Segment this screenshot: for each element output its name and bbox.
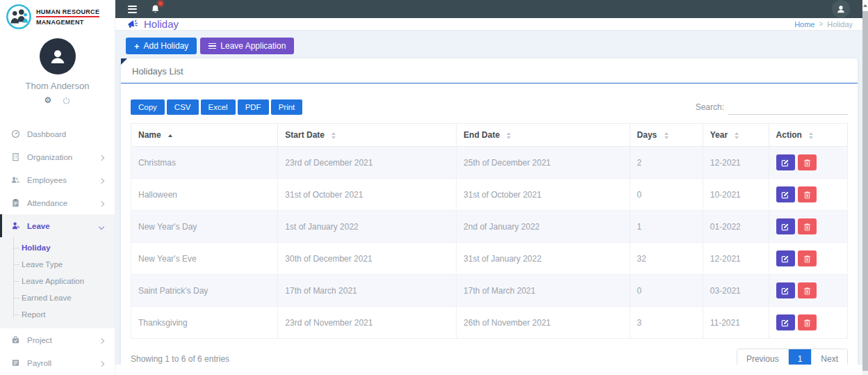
scroll-up-arrow[interactable] <box>862 0 868 11</box>
submenu-item-leave-type[interactable]: Leave Type <box>0 256 115 273</box>
column-header-end-date[interactable]: End Date <box>457 124 630 147</box>
sidebar-item-label: Leave <box>27 222 50 230</box>
delete-button[interactable] <box>798 314 817 330</box>
bell-icon <box>151 4 160 14</box>
year: 10-2021 <box>703 179 769 211</box>
submenu-item-report[interactable]: Report <box>0 306 115 323</box>
page-header: Holiday Home > Holiday <box>115 18 868 31</box>
delete-button[interactable] <box>798 250 817 266</box>
days: 1 <box>630 211 703 243</box>
start-date: 31st of October 2021 <box>278 179 457 211</box>
notifications-bell[interactable] <box>151 4 160 14</box>
edit-button[interactable] <box>776 218 795 234</box>
sidebar-item-project[interactable]: Project <box>0 328 115 351</box>
action-cell <box>769 307 847 339</box>
topbar-user-avatar[interactable] <box>832 0 850 18</box>
brand-line1: HUMAN RESOURCE <box>36 8 99 15</box>
table-row: Halloween 31st of October 2021 31st of O… <box>131 179 848 211</box>
chevron-right-icon <box>99 199 104 207</box>
vertical-scrollbar[interactable] <box>862 0 868 375</box>
chevron-right-icon <box>99 359 104 367</box>
employees-icon <box>10 175 20 184</box>
main-area: Holiday Home > Holiday + Add Holiday Lea… <box>115 0 868 375</box>
days: 0 <box>630 179 703 211</box>
power-icon[interactable] <box>63 97 70 104</box>
hamburger-menu-icon[interactable] <box>128 6 137 13</box>
sidebar-item-organization[interactable]: Organization <box>0 145 115 168</box>
sidebar-item-payroll[interactable]: Payroll <box>0 351 115 374</box>
pdf-button[interactable]: PDF <box>238 99 269 115</box>
card-title: Holidays List <box>121 58 858 83</box>
sidebar-item-employees[interactable]: Employees <box>0 168 115 191</box>
table-row: New Year's Eve 30th of December 2021 31s… <box>131 243 848 275</box>
logo-text: HUMAN RESOURCE MANAGEMENT <box>36 8 99 26</box>
delete-button[interactable] <box>798 186 817 202</box>
search-input[interactable] <box>728 100 848 115</box>
sidebar: HUMAN RESOURCE MANAGEMENT Thom Anderson … <box>0 0 115 375</box>
search-label: Search: <box>696 102 724 112</box>
chevron-right-icon <box>99 336 104 344</box>
megaphone-icon <box>126 18 139 30</box>
copy-button[interactable]: Copy <box>131 99 165 115</box>
user-avatar <box>40 38 76 74</box>
sidebar-item-label: Employees <box>27 176 67 184</box>
holiday-name: Christmas <box>131 147 278 179</box>
edit-button[interactable] <box>776 314 795 330</box>
start-date: 1st of January 2022 <box>278 211 457 243</box>
column-header-start-date[interactable]: Start Date <box>278 124 457 147</box>
breadcrumb-home-link[interactable]: Home <box>794 20 814 29</box>
payroll-icon <box>10 358 20 367</box>
leave-application-button[interactable]: Leave Application <box>200 38 294 54</box>
sidebar-item-label: Attendance <box>27 199 67 207</box>
edit-button[interactable] <box>776 282 795 298</box>
app-logo: HUMAN RESOURCE MANAGEMENT <box>0 0 115 33</box>
sidebar-item-label: Dashboard <box>27 130 66 138</box>
user-profile: Thom Anderson ⚙ <box>0 33 115 104</box>
csv-button[interactable]: CSV <box>167 99 199 115</box>
breadcrumb-current: Holiday <box>827 20 853 29</box>
project-icon <box>10 335 20 344</box>
print-button[interactable]: Print <box>271 99 303 115</box>
edit-button[interactable] <box>776 186 795 202</box>
start-date: 23rd of November 2021 <box>278 307 457 339</box>
end-date: 26th of November 2021 <box>457 307 630 339</box>
list-icon <box>208 43 216 49</box>
table-row: Christmas 23rd of December 2021 25th of … <box>131 147 848 179</box>
days: 3 <box>630 307 703 339</box>
delete-button[interactable] <box>798 218 817 234</box>
sidebar-item-dashboard[interactable]: Dashboard <box>0 122 115 145</box>
column-header-days[interactable]: Days <box>630 124 703 147</box>
submenu-item-earned-leave[interactable]: Earned Leave <box>0 289 115 306</box>
delete-button[interactable] <box>798 154 817 170</box>
chevron-right-icon <box>99 153 104 161</box>
excel-button[interactable]: Excel <box>201 99 236 115</box>
days: 32 <box>630 243 703 275</box>
end-date: 25th of December 2021 <box>457 147 630 179</box>
days: 0 <box>630 275 703 307</box>
sidebar-item-attendance[interactable]: Attendance <box>0 191 115 214</box>
submenu-item-holiday[interactable]: Holiday <box>0 239 115 256</box>
start-date: 30th of December 2021 <box>278 243 457 275</box>
settings-gear-icon[interactable]: ⚙ <box>44 96 52 104</box>
notification-dot <box>158 1 163 6</box>
edit-button[interactable] <box>776 250 795 266</box>
edit-button[interactable] <box>776 154 795 170</box>
column-header-year[interactable]: Year <box>703 124 769 147</box>
sidebar-item-leave[interactable]: Leave <box>0 214 115 237</box>
column-header-name[interactable]: Name <box>131 124 278 147</box>
start-date: 23rd of December 2021 <box>278 147 457 179</box>
sort-icon <box>664 132 669 139</box>
year: 11-2021 <box>703 307 769 339</box>
leave-icon <box>10 221 20 230</box>
column-header-action[interactable]: Action <box>769 124 847 147</box>
breadcrumb-separator: > <box>819 20 823 28</box>
add-holiday-button[interactable]: + Add Holiday <box>126 38 197 54</box>
delete-button[interactable] <box>798 282 817 298</box>
user-name: Thom Anderson <box>26 81 90 91</box>
year: 01-2022 <box>703 211 769 243</box>
submenu-item-leave-application[interactable]: Leave Application <box>0 273 115 289</box>
brand-line2: MANAGEMENT <box>36 19 99 26</box>
action-cell <box>769 275 847 307</box>
scrollbar-thumb[interactable] <box>862 11 868 371</box>
sort-asc-icon <box>168 134 172 137</box>
